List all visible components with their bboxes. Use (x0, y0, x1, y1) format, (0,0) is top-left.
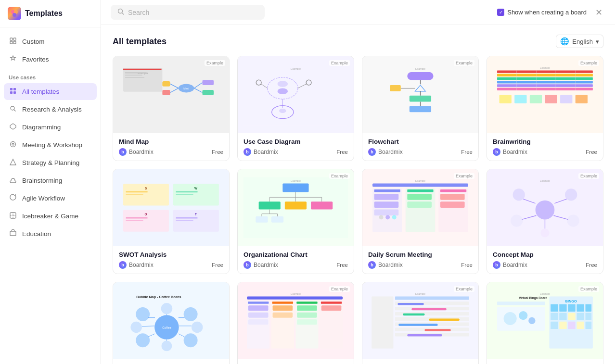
svg-rect-40 (243, 64, 348, 126)
template-card-roadmap[interactable]: Example (362, 282, 479, 364)
template-badge: Free (586, 149, 597, 155)
svg-rect-123 (440, 189, 466, 192)
template-card-kanban[interactable]: Example (237, 282, 354, 364)
svg-point-44 (278, 88, 288, 94)
show-checkbox[interactable]: ✓ (497, 9, 504, 16)
svg-rect-70 (497, 88, 593, 90)
template-badge: Free (212, 262, 223, 268)
brand-logo: b (368, 261, 376, 269)
template-card-concept-map[interactable]: Example (487, 169, 603, 274)
svg-point-141 (540, 228, 549, 237)
example-label: Example (454, 60, 474, 66)
show-checkbox-label[interactable]: ✓ Show when creating a board (497, 9, 587, 16)
svg-text:Example: Example (415, 179, 425, 182)
education-icon (9, 229, 17, 238)
star-icon (9, 55, 17, 64)
sidebar-item-brainstorming[interactable]: Brainstorming (4, 172, 97, 189)
example-label: Example (454, 173, 474, 179)
brand-logo: b (493, 261, 500, 269)
svg-rect-182 (273, 313, 293, 318)
svg-rect-5 (10, 41, 13, 44)
search-input[interactable] (128, 9, 258, 16)
template-card-mind-map[interactable]: Example Mind (113, 56, 230, 161)
template-name: Use Case Diagram (243, 138, 348, 145)
template-card-swot[interactable]: S W O T SWOT Analysis (113, 169, 230, 274)
template-card-bingo[interactable]: Example Virtual Bingo Board BINGO (487, 282, 603, 364)
brand-name: Boardmix (503, 149, 527, 155)
svg-text:Example: Example (291, 179, 301, 182)
svg-rect-7 (10, 88, 13, 90)
sidebar-item-diagramming[interactable]: Diagramming (4, 119, 97, 136)
svg-point-14 (11, 142, 16, 147)
svg-rect-174 (248, 301, 269, 304)
svg-rect-91 (126, 194, 143, 195)
svg-point-132 (385, 215, 390, 219)
svg-rect-210 (551, 304, 558, 312)
svg-point-151 (136, 307, 150, 321)
brand-logo: b (368, 148, 376, 156)
template-thumbnail: Example (238, 169, 354, 246)
sidebar-item-label: Education (22, 230, 51, 238)
template-meta: b Boardmix Free (243, 261, 348, 269)
sidebar-item-all-templates[interactable]: All templates (4, 83, 97, 100)
svg-rect-212 (568, 304, 575, 312)
svg-rect-190 (395, 296, 469, 300)
template-card-use-case[interactable]: Example Example Use C (237, 56, 354, 161)
svg-rect-121 (374, 189, 400, 192)
sidebar-item-agile[interactable]: Agile Workflow (4, 190, 97, 207)
template-card-scrum[interactable]: Example (362, 169, 479, 274)
sidebar-item-favorites[interactable]: Favorites (4, 51, 97, 68)
brand-name: Boardmix (378, 149, 403, 155)
svg-point-140 (567, 214, 579, 226)
svg-line-12 (14, 110, 15, 111)
svg-rect-20 (10, 231, 16, 236)
sidebar-item-label: Meeting & Workshop (22, 141, 82, 149)
svg-rect-95 (126, 220, 143, 221)
svg-rect-76 (514, 95, 526, 103)
svg-rect-96 (176, 217, 197, 219)
sidebar-item-research[interactable]: Research & Analysis (4, 101, 97, 118)
svg-rect-27 (125, 72, 147, 74)
svg-text:Virtual Bingo Board: Virtual Bingo Board (519, 296, 547, 300)
svg-rect-114 (271, 216, 283, 223)
agile-icon (9, 194, 17, 203)
svg-rect-107 (285, 201, 307, 209)
svg-text:Example: Example (540, 179, 550, 182)
svg-rect-217 (568, 313, 575, 320)
sidebar-item-strategy[interactable]: Strategy & Planning (4, 154, 97, 171)
sidebar-item-label: All templates (22, 88, 59, 95)
template-card-bubble[interactable]: Bubble Map - Coffee Beans Coffee (113, 282, 230, 364)
sidebar-item-meeting[interactable]: Meeting & Workshop (4, 137, 97, 153)
svg-rect-9 (10, 91, 13, 94)
svg-text:Mind: Mind (183, 87, 189, 90)
svg-rect-100 (282, 183, 308, 192)
template-name: Mind Map (119, 138, 223, 145)
template-info: SWOT Analysis b Boardmix Free (113, 246, 229, 274)
sidebar-item-label: Icebreaker & Game (22, 213, 78, 220)
svg-rect-127 (407, 194, 432, 200)
svg-rect-90 (126, 191, 148, 193)
template-name: Brainwriting (493, 138, 597, 145)
sidebar-item-education[interactable]: Education (4, 226, 97, 242)
svg-text:T: T (195, 213, 197, 216)
template-thumbnail: Example Mind (113, 56, 229, 133)
close-button[interactable]: ✕ (592, 6, 605, 19)
svg-rect-223 (577, 322, 584, 329)
template-card-brainwriting[interactable]: Example (487, 56, 603, 161)
search-box[interactable] (111, 5, 265, 20)
svg-rect-213 (577, 304, 584, 312)
template-thumbnail: Example Example (238, 56, 354, 133)
svg-point-152 (136, 333, 150, 347)
sidebar-item-icebreaker[interactable]: Icebreaker & Game (4, 208, 97, 225)
language-selector[interactable]: 🌐 English ▾ (556, 35, 603, 48)
template-card-flowchart[interactable]: Example Example Flowchart (362, 56, 479, 161)
templates-grid: Example Mind (113, 56, 603, 364)
template-info: Bubble Map b Boardmix Free (113, 359, 229, 364)
sidebar-item-custom[interactable]: Custom (4, 33, 97, 50)
template-meta: b Boardmix Free (119, 261, 223, 269)
template-card-orgchart[interactable]: Example (237, 169, 354, 274)
logo-icon (8, 7, 21, 20)
example-label: Example (329, 173, 350, 179)
svg-point-43 (278, 81, 288, 87)
svg-rect-94 (126, 217, 148, 219)
